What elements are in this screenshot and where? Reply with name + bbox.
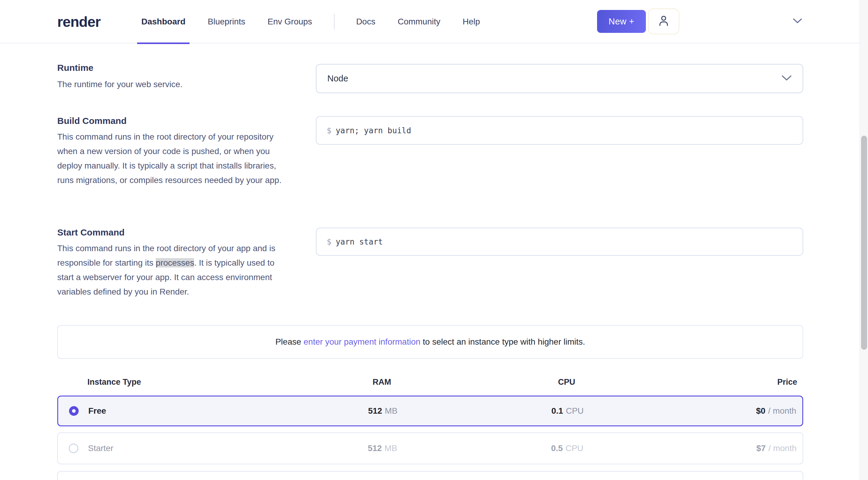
ram-unit: MB: [385, 406, 398, 416]
primary-nav: Dashboard Blueprints Env Groups Docs Com…: [137, 0, 484, 43]
runtime-selected-value: Node: [327, 73, 781, 84]
radio-unselected-icon[interactable]: [69, 444, 79, 453]
ram-unit: MB: [384, 444, 397, 453]
nav-item-help[interactable]: Help: [458, 0, 484, 43]
build-command-description: This command runs in the root directory …: [57, 130, 292, 187]
instance-row-starter[interactable]: Starter 512MB 0.5CPU $7/ month: [57, 432, 803, 464]
price-value: $7: [756, 444, 766, 453]
payment-banner: Please enter your payment information to…: [57, 325, 803, 359]
highlighted-text: processes: [156, 258, 194, 267]
cpu-unit: CPU: [565, 444, 583, 453]
start-command-description: This command runs in the root directory …: [57, 241, 292, 299]
price-value: $0: [756, 406, 765, 416]
instance-row-free[interactable]: Free 512MB 0.1CPU $0/ month: [57, 396, 803, 426]
render-logo[interactable]: render: [57, 0, 100, 43]
instance-table-header: Instance Type RAM CPU Price: [57, 374, 803, 390]
nav-divider: [334, 14, 335, 30]
cpu-value: 0.5: [551, 444, 563, 453]
payment-info-link[interactable]: enter your payment information: [304, 337, 421, 347]
build-command-label: Build Command: [57, 116, 296, 126]
user-icon: [656, 13, 671, 29]
nav-item-blueprints[interactable]: Blueprints: [204, 0, 250, 43]
header-price: Price: [603, 378, 803, 387]
user-menu-button[interactable]: [648, 8, 679, 34]
nav-item-docs[interactable]: Docs: [352, 0, 380, 43]
scrollbar-thumb[interactable]: [861, 136, 867, 350]
shell-prompt: $: [327, 126, 332, 135]
build-command-input[interactable]: $ yarn; yarn build: [316, 116, 803, 145]
ram-value: 512: [368, 406, 382, 416]
nav-item-env-groups[interactable]: Env Groups: [264, 0, 316, 43]
chevron-down-icon[interactable]: [793, 18, 802, 25]
render-dashboard-page: render Dashboard Blueprints Env Groups D…: [0, 0, 868, 480]
price-unit: / month: [769, 444, 797, 453]
header-cpu: CPU: [530, 378, 603, 387]
start-command-label: Start Command: [57, 227, 296, 238]
instance-row-partial[interactable]: [57, 471, 803, 480]
header-instance-type: Instance Type: [87, 378, 346, 387]
top-nav: render Dashboard Blueprints Env Groups D…: [0, 0, 868, 43]
ram-value: 512: [368, 444, 382, 453]
runtime-select[interactable]: Node: [316, 64, 803, 93]
banner-text-before: Please: [276, 337, 301, 347]
nav-item-dashboard[interactable]: Dashboard: [137, 0, 190, 43]
shell-prompt: $: [327, 237, 332, 246]
build-command-value: yarn; yarn build: [336, 126, 411, 135]
runtime-description: The runtime for your web service.: [57, 77, 292, 92]
price-unit: / month: [768, 406, 796, 416]
select-chevron-down-icon: [781, 75, 792, 82]
start-command-value: yarn start: [336, 237, 383, 246]
runtime-label: Runtime: [57, 63, 296, 73]
start-command-input[interactable]: $ yarn start: [316, 228, 803, 256]
instance-name: Free: [88, 406, 347, 416]
cpu-value: 0.1: [551, 406, 563, 416]
header-ram: RAM: [346, 378, 418, 387]
nav-item-community[interactable]: Community: [393, 0, 444, 43]
banner-text-after: to select an instance type with higher l…: [423, 337, 585, 347]
new-button[interactable]: New +: [597, 10, 646, 33]
cpu-unit: CPU: [566, 406, 584, 416]
scrollbar-track[interactable]: [860, 0, 868, 480]
instance-name: Starter: [88, 444, 346, 453]
radio-selected-icon[interactable]: [69, 406, 79, 416]
